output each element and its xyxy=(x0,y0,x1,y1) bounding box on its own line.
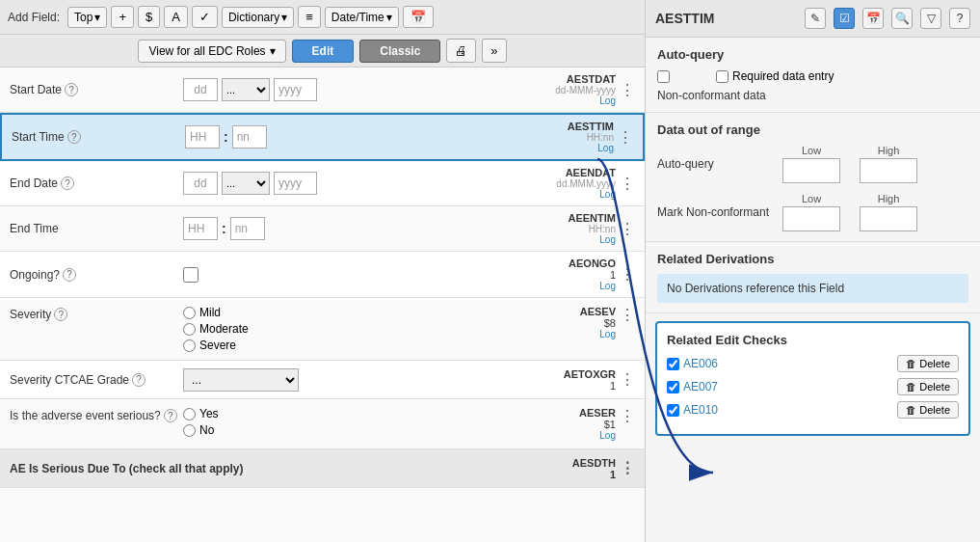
severity-moderate-radio[interactable] xyxy=(183,323,196,336)
mark-non-conformant-range-group: Low High xyxy=(782,193,917,231)
add-field-label: Add Field: xyxy=(8,11,60,24)
end-date-help-icon[interactable]: ? xyxy=(61,176,74,190)
severity-ctcae-help-icon[interactable]: ? xyxy=(132,373,146,387)
ae006-checkbox[interactable] xyxy=(667,358,679,370)
high-input[interactable] xyxy=(860,158,917,183)
severity-severe-option[interactable]: Severe xyxy=(183,339,249,352)
no-derivations-message: No Derivations reference this Field xyxy=(657,274,968,303)
end-date-mm-select[interactable]: ... xyxy=(222,172,270,195)
top-dropdown[interactable]: Top ▾ xyxy=(67,7,107,28)
start-date-input-group: ... JanFebMar xyxy=(183,78,529,101)
end-time-code: AEENTIM xyxy=(529,212,616,224)
severity-ctcae-row: Severity CTCAE Grade ? ... AETOXGR 1 ⋮ xyxy=(0,361,645,399)
adverse-no-radio[interactable] xyxy=(183,424,196,437)
severity-moderate-option[interactable]: Moderate xyxy=(183,322,249,336)
ae007-delete-button[interactable]: 🗑 Delete xyxy=(897,378,959,395)
severity-help-icon[interactable]: ? xyxy=(54,308,67,321)
section-header-row: AE Is Serious Due To (check all that app… xyxy=(0,449,645,488)
calendar-icon-right[interactable]: 📅 xyxy=(862,8,884,29)
start-date-mm-select[interactable]: ... JanFebMar xyxy=(222,78,270,101)
end-time-format: HH:nn xyxy=(529,224,616,234)
required-checkbox[interactable] xyxy=(716,70,728,83)
section-header-menu-icon[interactable]: ⋮ xyxy=(620,459,635,477)
low2-input[interactable] xyxy=(782,206,840,231)
severity-meta: AESEV $8 Log xyxy=(529,306,616,339)
adverse-serious-label: Is the adverse event serious? ? xyxy=(10,407,183,422)
question-icon[interactable]: ? xyxy=(949,8,970,29)
end-date-yyyy-input[interactable] xyxy=(274,172,317,195)
a-button[interactable]: A xyxy=(164,6,188,28)
end-time-menu-icon[interactable]: ⋮ xyxy=(620,220,635,238)
start-time-help-icon[interactable]: ? xyxy=(67,130,81,144)
ae007-checkbox[interactable] xyxy=(667,381,679,393)
adverse-no-option[interactable]: No xyxy=(183,423,219,437)
classic-button[interactable]: Classic xyxy=(359,40,440,63)
check-button[interactable]: ✓ xyxy=(192,6,218,28)
adverse-yes-option[interactable]: Yes xyxy=(183,407,219,420)
filter-icon[interactable]: ▽ xyxy=(920,8,941,29)
edit-button[interactable]: Edit xyxy=(292,40,355,63)
start-date-yyyy-input[interactable] xyxy=(274,78,317,101)
high2-input[interactable] xyxy=(860,206,917,231)
ongoing-label: Ongoing? ? xyxy=(10,268,183,282)
start-date-dd-input[interactable] xyxy=(183,78,218,101)
edit-icon[interactable]: ✎ xyxy=(805,8,826,29)
start-date-menu-icon[interactable]: ⋮ xyxy=(620,81,635,99)
start-date-log[interactable]: Log xyxy=(529,95,616,106)
high-range-item: High xyxy=(860,145,917,183)
ongoing-help-icon[interactable]: ? xyxy=(63,268,76,282)
start-time-nn-input[interactable] xyxy=(232,125,267,149)
ongoing-log[interactable]: Log xyxy=(529,281,616,291)
required-check: Required data entry xyxy=(716,69,834,83)
adverse-serious-log[interactable]: Log xyxy=(529,430,616,441)
severity-log[interactable]: Log xyxy=(529,329,616,339)
adverse-serious-menu-icon[interactable]: ⋮ xyxy=(620,407,635,425)
adverse-serious-help-icon[interactable]: ? xyxy=(164,409,177,422)
start-date-help-icon[interactable]: ? xyxy=(65,83,78,96)
edit-check-ae006-link[interactable]: AE006 xyxy=(667,357,897,370)
severity-menu-icon[interactable]: ⋮ xyxy=(620,306,635,324)
roles-dropdown[interactable]: View for all EDC Roles ▾ xyxy=(138,40,285,63)
top-label: Top xyxy=(74,11,93,24)
ae006-delete-label: Delete xyxy=(919,358,950,369)
severity-mild-radio[interactable] xyxy=(183,307,196,319)
ongoing-checkbox[interactable] xyxy=(183,267,199,283)
next-button[interactable]: » xyxy=(482,39,506,63)
high2-range-item: High xyxy=(860,193,917,231)
severity-ctcae-menu-icon[interactable]: ⋮ xyxy=(620,370,635,389)
auto-query-checkbox[interactable] xyxy=(657,70,670,83)
start-time-log[interactable]: Log xyxy=(527,143,614,153)
end-date-dd-input[interactable] xyxy=(183,172,218,195)
severity-ctcae-select[interactable]: ... xyxy=(183,368,299,392)
non-conformant-label: Non-conformant data xyxy=(657,89,968,102)
ae010-checkbox[interactable] xyxy=(667,404,679,417)
end-time-HH-input[interactable] xyxy=(183,217,218,240)
edit-check-ae007-link[interactable]: AE007 xyxy=(667,380,897,393)
end-time-log[interactable]: Log xyxy=(529,234,616,245)
ae006-delete-button[interactable]: 🗑 Delete xyxy=(897,355,959,372)
start-time-menu-icon[interactable]: ⋮ xyxy=(618,128,633,147)
start-time-HH-input[interactable] xyxy=(185,125,220,149)
ongoing-menu-icon[interactable]: ⋮ xyxy=(620,265,635,284)
end-time-nn-input[interactable] xyxy=(230,217,265,240)
datetime-label: Date/Time xyxy=(331,11,384,24)
datetime-dropdown[interactable]: Date/Time ▾ xyxy=(325,7,399,28)
plus-button[interactable]: + xyxy=(111,6,134,28)
ae010-delete-button[interactable]: 🗑 Delete xyxy=(897,401,959,419)
search-icon[interactable]: 🔍 xyxy=(891,8,913,29)
list-button[interactable]: ≡ xyxy=(298,6,321,28)
checkbox-icon[interactable]: ☑ xyxy=(834,8,855,29)
severity-mild-option[interactable]: Mild xyxy=(183,306,249,319)
end-date-menu-icon[interactable]: ⋮ xyxy=(620,175,635,193)
severity-severe-radio[interactable] xyxy=(183,339,196,352)
adverse-yes-radio[interactable] xyxy=(183,408,196,420)
end-date-log[interactable]: Log xyxy=(529,189,616,200)
dollar-button[interactable]: $ xyxy=(138,6,160,28)
dictionary-dropdown[interactable]: Dictionary ▾ xyxy=(222,7,294,28)
edit-check-ae010-link[interactable]: AE010 xyxy=(667,403,897,417)
end-date-label: End Date ? xyxy=(10,176,183,190)
low-input[interactable] xyxy=(782,158,840,183)
severity-radio-group: Mild Moderate Severe xyxy=(183,306,249,352)
print-button[interactable]: 🖨 xyxy=(446,39,476,63)
calendar-button[interactable]: 📅 xyxy=(403,6,434,28)
